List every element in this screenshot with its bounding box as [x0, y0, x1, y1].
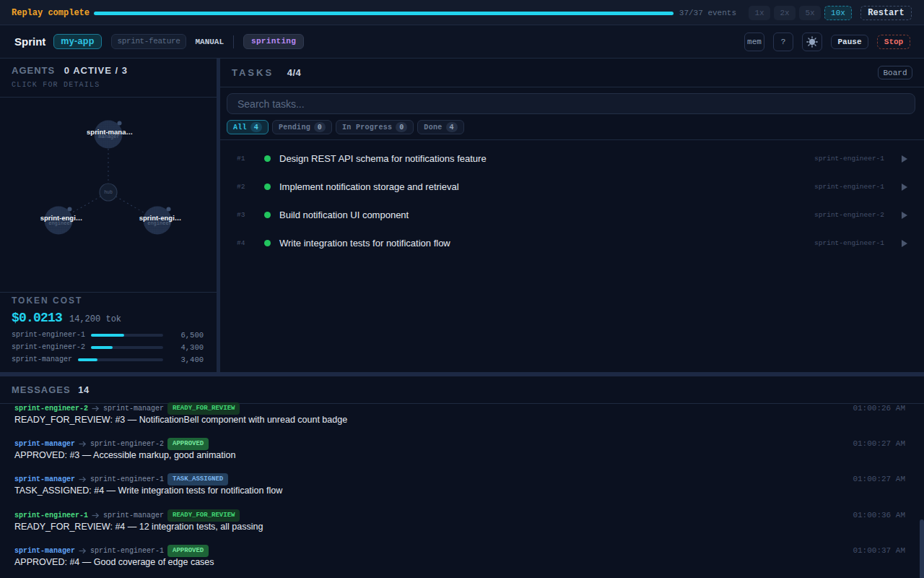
- svg-text:manager: manager: [98, 134, 119, 139]
- svg-text:engineer: engineer: [147, 220, 172, 226]
- svg-text:engineer: engineer: [48, 220, 73, 226]
- svg-text:hub: hub: [104, 190, 113, 195]
